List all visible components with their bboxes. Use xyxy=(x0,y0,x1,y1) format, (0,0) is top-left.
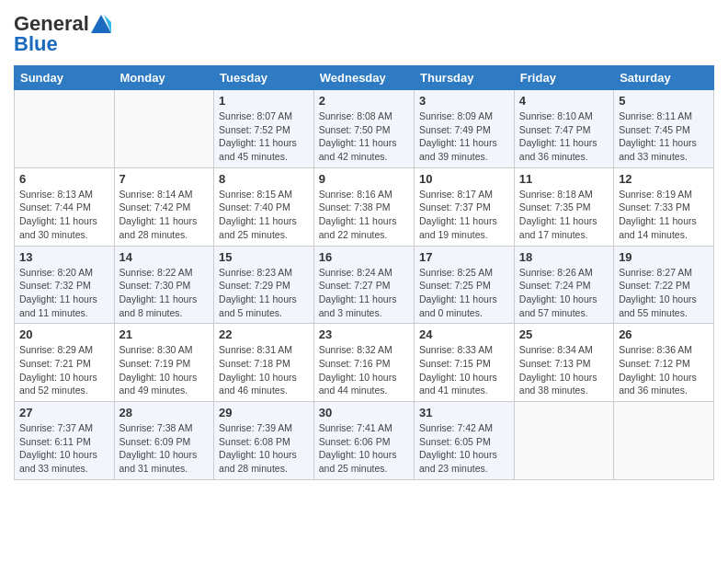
calendar-cell: 12Sunrise: 8:19 AM Sunset: 7:33 PM Dayli… xyxy=(614,167,714,246)
calendar-week-row: 13Sunrise: 8:20 AM Sunset: 7:32 PM Dayli… xyxy=(15,246,714,324)
day-number: 28 xyxy=(119,406,210,419)
day-info: Sunrise: 8:10 AM Sunset: 7:47 PM Dayligh… xyxy=(519,109,609,164)
day-number: 17 xyxy=(419,250,509,264)
day-number: 20 xyxy=(19,327,109,341)
day-info: Sunrise: 8:27 AM Sunset: 7:22 PM Dayligh… xyxy=(619,266,709,320)
weekday-header-friday: Friday xyxy=(514,66,613,90)
calendar-cell: 10Sunrise: 8:17 AM Sunset: 7:37 PM Dayli… xyxy=(415,167,515,246)
calendar-cell: 18Sunrise: 8:26 AM Sunset: 7:24 PM Dayli… xyxy=(514,246,613,324)
weekday-header-tuesday: Tuesday xyxy=(214,66,314,90)
calendar-header-row: SundayMondayTuesdayWednesdayThursdayFrid… xyxy=(15,66,714,90)
day-number: 13 xyxy=(19,250,109,264)
day-info: Sunrise: 8:23 AM Sunset: 7:29 PM Dayligh… xyxy=(219,266,309,320)
calendar-cell: 21Sunrise: 8:30 AM Sunset: 7:19 PM Dayli… xyxy=(114,324,214,402)
calendar-cell: 2Sunrise: 8:08 AM Sunset: 7:50 PM Daylig… xyxy=(313,90,414,168)
calendar-cell: 23Sunrise: 8:32 AM Sunset: 7:16 PM Dayli… xyxy=(313,324,414,402)
calendar-cell: 8Sunrise: 8:15 AM Sunset: 7:40 PM Daylig… xyxy=(214,167,314,246)
day-info: Sunrise: 8:34 AM Sunset: 7:13 PM Dayligh… xyxy=(519,343,609,397)
day-number: 23 xyxy=(319,327,409,341)
day-info: Sunrise: 8:13 AM Sunset: 7:44 PM Dayligh… xyxy=(19,188,109,242)
day-number: 3 xyxy=(419,94,509,108)
day-number: 16 xyxy=(319,250,409,264)
calendar-cell: 19Sunrise: 8:27 AM Sunset: 7:22 PM Dayli… xyxy=(614,246,714,324)
day-number: 19 xyxy=(619,250,709,264)
calendar-cell: 13Sunrise: 8:20 AM Sunset: 7:32 PM Dayli… xyxy=(15,246,115,324)
calendar-cell: 30Sunrise: 7:41 AM Sunset: 6:06 PM Dayli… xyxy=(313,402,414,480)
calendar-cell: 15Sunrise: 8:23 AM Sunset: 7:29 PM Dayli… xyxy=(214,246,314,324)
day-number: 7 xyxy=(119,172,210,186)
day-number: 9 xyxy=(319,172,409,186)
day-number: 29 xyxy=(219,406,309,419)
day-number: 22 xyxy=(219,327,309,341)
calendar-cell: 11Sunrise: 8:18 AM Sunset: 7:35 PM Dayli… xyxy=(514,167,613,246)
day-number: 12 xyxy=(619,172,709,186)
day-info: Sunrise: 8:25 AM Sunset: 7:25 PM Dayligh… xyxy=(419,266,509,320)
day-info: Sunrise: 8:16 AM Sunset: 7:38 PM Dayligh… xyxy=(319,188,409,242)
day-info: Sunrise: 7:38 AM Sunset: 6:09 PM Dayligh… xyxy=(119,421,210,476)
calendar-cell: 7Sunrise: 8:14 AM Sunset: 7:42 PM Daylig… xyxy=(114,167,214,246)
day-number: 6 xyxy=(19,172,109,186)
day-info: Sunrise: 7:37 AM Sunset: 6:11 PM Dayligh… xyxy=(19,421,109,476)
day-info: Sunrise: 8:31 AM Sunset: 7:18 PM Dayligh… xyxy=(219,343,309,397)
weekday-header-monday: Monday xyxy=(114,66,214,90)
weekday-header-sunday: Sunday xyxy=(15,66,115,90)
calendar-cell: 25Sunrise: 8:34 AM Sunset: 7:13 PM Dayli… xyxy=(514,324,613,402)
day-number: 27 xyxy=(19,406,109,419)
day-info: Sunrise: 8:24 AM Sunset: 7:27 PM Dayligh… xyxy=(319,266,409,320)
day-info: Sunrise: 7:41 AM Sunset: 6:06 PM Dayligh… xyxy=(319,421,409,476)
calendar-cell: 31Sunrise: 7:42 AM Sunset: 6:05 PM Dayli… xyxy=(415,402,515,480)
calendar-cell: 27Sunrise: 7:37 AM Sunset: 6:11 PM Dayli… xyxy=(15,402,115,480)
day-info: Sunrise: 8:30 AM Sunset: 7:19 PM Dayligh… xyxy=(119,343,210,397)
day-info: Sunrise: 7:39 AM Sunset: 6:08 PM Dayligh… xyxy=(219,421,309,476)
calendar-table: SundayMondayTuesdayWednesdayThursdayFrid… xyxy=(14,65,714,480)
day-number: 31 xyxy=(419,406,509,419)
day-number: 10 xyxy=(419,172,509,186)
day-info: Sunrise: 8:11 AM Sunset: 7:45 PM Dayligh… xyxy=(619,109,709,164)
day-info: Sunrise: 8:29 AM Sunset: 7:21 PM Dayligh… xyxy=(19,343,109,397)
day-info: Sunrise: 8:18 AM Sunset: 7:35 PM Dayligh… xyxy=(519,188,609,242)
weekday-header-thursday: Thursday xyxy=(415,66,515,90)
calendar-week-row: 1Sunrise: 8:07 AM Sunset: 7:52 PM Daylig… xyxy=(15,90,714,168)
day-info: Sunrise: 8:08 AM Sunset: 7:50 PM Dayligh… xyxy=(319,109,409,164)
day-info: Sunrise: 8:17 AM Sunset: 7:37 PM Dayligh… xyxy=(419,188,509,242)
day-number: 14 xyxy=(119,250,210,264)
day-info: Sunrise: 8:14 AM Sunset: 7:42 PM Dayligh… xyxy=(119,188,210,242)
calendar-cell xyxy=(614,402,714,480)
calendar-cell xyxy=(114,90,214,168)
calendar-cell: 4Sunrise: 8:10 AM Sunset: 7:47 PM Daylig… xyxy=(514,90,613,168)
day-number: 8 xyxy=(219,172,309,186)
day-info: Sunrise: 8:26 AM Sunset: 7:24 PM Dayligh… xyxy=(519,266,609,320)
calendar-cell: 28Sunrise: 7:38 AM Sunset: 6:09 PM Dayli… xyxy=(114,402,214,480)
calendar-cell: 6Sunrise: 8:13 AM Sunset: 7:44 PM Daylig… xyxy=(15,167,115,246)
calendar-cell: 26Sunrise: 8:36 AM Sunset: 7:12 PM Dayli… xyxy=(614,324,714,402)
day-info: Sunrise: 8:09 AM Sunset: 7:49 PM Dayligh… xyxy=(419,109,509,164)
day-number: 21 xyxy=(119,327,210,341)
day-info: Sunrise: 8:15 AM Sunset: 7:40 PM Dayligh… xyxy=(219,188,309,242)
day-number: 1 xyxy=(219,94,309,108)
day-number: 25 xyxy=(519,327,609,341)
day-number: 2 xyxy=(319,94,409,108)
logo-blue-text: Blue xyxy=(14,32,58,56)
calendar-cell: 24Sunrise: 8:33 AM Sunset: 7:15 PM Dayli… xyxy=(415,324,515,402)
calendar-week-row: 20Sunrise: 8:29 AM Sunset: 7:21 PM Dayli… xyxy=(15,324,714,402)
day-info: Sunrise: 8:32 AM Sunset: 7:16 PM Dayligh… xyxy=(319,343,409,397)
calendar-cell: 22Sunrise: 8:31 AM Sunset: 7:18 PM Dayli… xyxy=(214,324,314,402)
day-info: Sunrise: 8:19 AM Sunset: 7:33 PM Dayligh… xyxy=(619,188,709,242)
calendar-cell: 17Sunrise: 8:25 AM Sunset: 7:25 PM Dayli… xyxy=(415,246,515,324)
logo-triangle-icon xyxy=(91,15,111,33)
calendar-cell: 16Sunrise: 8:24 AM Sunset: 7:27 PM Dayli… xyxy=(313,246,414,324)
day-number: 18 xyxy=(519,250,609,264)
calendar-cell: 9Sunrise: 8:16 AM Sunset: 7:38 PM Daylig… xyxy=(313,167,414,246)
day-number: 15 xyxy=(219,250,309,264)
day-info: Sunrise: 7:42 AM Sunset: 6:05 PM Dayligh… xyxy=(419,421,509,476)
calendar-week-row: 6Sunrise: 8:13 AM Sunset: 7:44 PM Daylig… xyxy=(15,167,714,246)
day-number: 11 xyxy=(519,172,609,186)
day-number: 5 xyxy=(619,94,709,108)
day-info: Sunrise: 8:22 AM Sunset: 7:30 PM Dayligh… xyxy=(119,266,210,320)
day-info: Sunrise: 8:20 AM Sunset: 7:32 PM Dayligh… xyxy=(19,266,109,320)
day-number: 30 xyxy=(319,406,409,419)
day-number: 24 xyxy=(419,327,509,341)
day-number: 4 xyxy=(519,94,609,108)
calendar-cell xyxy=(15,90,115,168)
weekday-header-saturday: Saturday xyxy=(614,66,714,90)
